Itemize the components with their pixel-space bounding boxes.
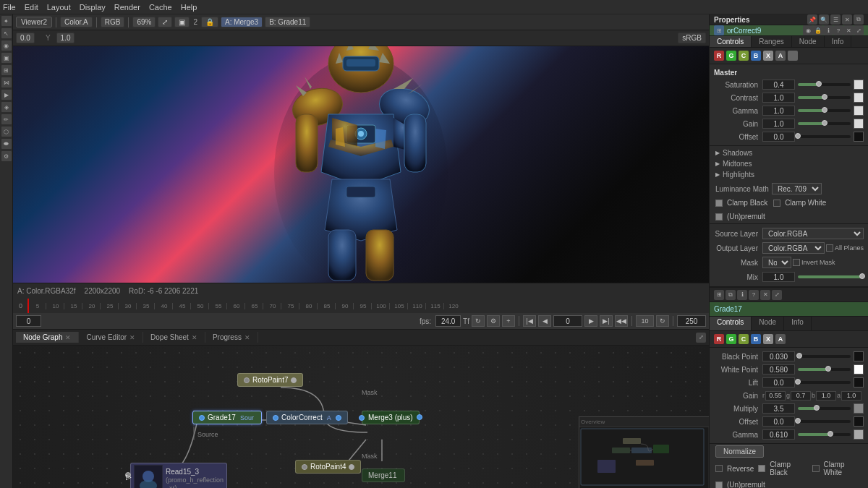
offset-input[interactable] [762,132,795,142]
prop2-icon2[interactable]: ⧉ [726,290,736,300]
sat-slider[interactable] [798,83,851,86]
prop1-tab-controls[interactable]: Controls [710,36,752,47]
all-planes-cb[interactable] [826,244,833,252]
prop2-icon4[interactable]: ? [749,290,759,300]
menu-edit[interactable]: Edit [25,3,38,12]
viewer-tab[interactable]: Viewer2 [16,17,52,27]
mode-btn[interactable]: RGB [101,17,125,27]
tab-close-node-graph[interactable]: ✕ [65,334,71,341]
btn-next-frame[interactable]: ▶| [600,315,613,327]
prop-close-icon[interactable]: ✕ [842,14,852,25]
btn-opts[interactable]: ⚙ [487,315,500,327]
playhead[interactable] [27,299,29,313]
gain-g-input[interactable] [791,391,811,401]
prop1-info[interactable]: ℹ [823,25,833,35]
offset-x-btn[interactable]: 0.0 [16,33,35,43]
frame-start-input[interactable] [16,315,41,327]
zoom-btn[interactable]: 69% [132,17,156,27]
menu-cache[interactable]: Cache [149,3,172,12]
p2-ch-r[interactable]: R [714,334,724,344]
p2-ch-c[interactable]: C [739,334,749,344]
offset-slider[interactable] [798,135,851,138]
ch-b-btn[interactable]: B [751,51,761,61]
gamma-slider[interactable] [798,109,851,112]
prop2-icon3[interactable]: ℹ [737,290,747,300]
tool-color[interactable]: ▣ [1,53,12,63]
wp-input[interactable] [762,364,795,374]
tool-paint[interactable]: ⬡ [1,127,12,137]
ch-c-btn[interactable]: C [739,51,749,61]
prop-search-icon[interactable]: 🔍 [819,14,829,25]
p2-reverse-cb[interactable] [715,465,723,472]
p2-offset-input[interactable] [762,416,795,427]
btn-10[interactable]: 10 [636,315,654,327]
menu-help[interactable]: Help [181,3,197,12]
gain-slider[interactable] [798,122,851,125]
ch-a-btn[interactable]: A [775,51,786,61]
normalize-btn[interactable]: Normalize [715,445,764,458]
colorspace-btn[interactable]: sRGB [678,33,706,43]
btn-prev-frame[interactable]: ◀ [538,315,551,327]
node-merge11-partial[interactable]: Merge11 [362,468,405,482]
tab-dope-sheet[interactable]: Dope Sheet ✕ [143,332,205,343]
prop1-tab-info[interactable]: Info [825,36,852,47]
p2-offset-slider[interactable] [798,420,851,423]
prop-menu-icon[interactable]: ☰ [830,14,841,25]
tool-node[interactable]: ⊞ [1,65,12,75]
prop1-help[interactable]: ? [833,25,843,35]
gamma-input[interactable] [762,106,795,116]
prop-pin-icon[interactable]: 📌 [807,14,817,25]
con-input[interactable] [762,93,795,103]
menu-layout[interactable]: Layout [47,3,71,12]
node-rotopaint4[interactable]: RotoPaint4 [295,460,361,474]
con-slider[interactable] [798,96,851,99]
frame-end-input[interactable] [677,315,706,327]
ch-g-btn[interactable]: G [726,51,736,61]
btn-prev-key[interactable]: |◀ [523,315,536,327]
p2-gamma-input[interactable] [762,429,795,440]
p2-gamma-slider[interactable] [798,433,851,436]
p2-ch-b[interactable]: B [751,334,761,344]
tab-close-progress[interactable]: ✕ [244,334,250,341]
color-a-btn[interactable]: Color.A [60,17,93,27]
clamp-white-cb[interactable] [773,200,780,207]
frame-current-input[interactable] [553,315,582,327]
lock-btn[interactable]: 🔒 [201,17,218,27]
tool-cursor[interactable]: ↖ [1,28,12,38]
tool-render[interactable]: ▶ [1,90,12,100]
tool-settings[interactable]: ⚙ [1,151,12,161]
node-grade17[interactable]: Grade17 Sour [192,411,262,424]
p2-ch-g[interactable]: G [726,334,736,344]
tool-filter[interactable]: ⬬ [1,139,12,149]
tab-curve-editor[interactable]: Curve Editor ✕ [79,332,143,343]
ch-all-btn[interactable] [788,51,798,61]
mask-dropdown[interactable]: None [762,257,791,268]
fps-input[interactable] [435,315,461,327]
prop1-tab-node[interactable]: Node [792,36,825,47]
bp-slider[interactable] [798,355,851,358]
format-btn[interactable]: ▣ [174,17,190,27]
btn-loop2[interactable]: ↻ [656,315,669,327]
btn-loop[interactable]: ↻ [472,315,485,327]
lift-input[interactable] [762,377,795,388]
prop1-highlights[interactable]: ▶ Highlights [715,169,862,180]
menu-display[interactable]: Display [80,3,106,12]
p2-ch-x[interactable]: X [763,334,773,344]
prop2-icon1[interactable]: ⊞ [714,290,724,300]
tool-3d[interactable]: ◈ [1,102,12,112]
src-layer-dropdown[interactable]: Color.RGBA [762,228,864,239]
clamp-black-cb[interactable] [715,200,723,207]
sat-input[interactable] [762,80,795,90]
prop2-icon6[interactable]: ⤢ [772,290,782,300]
read-play-btn[interactable]: ▷ [125,472,131,478]
prop1-close[interactable]: ✕ [843,25,854,35]
viewer-image[interactable] [13,46,709,283]
mix-input[interactable] [762,272,795,282]
mul-input[interactable] [762,403,795,414]
tabs-maximize[interactable]: ⤢ [696,333,706,343]
tab-progress[interactable]: Progress ✕ [205,332,258,343]
ch-x-btn[interactable]: X [763,51,773,61]
prop2-tab-info[interactable]: Info [784,317,812,330]
gain-a-input[interactable] [841,391,861,401]
node-graph[interactable]: RotoPaint7 Mask Grade17 Sour [13,346,709,488]
